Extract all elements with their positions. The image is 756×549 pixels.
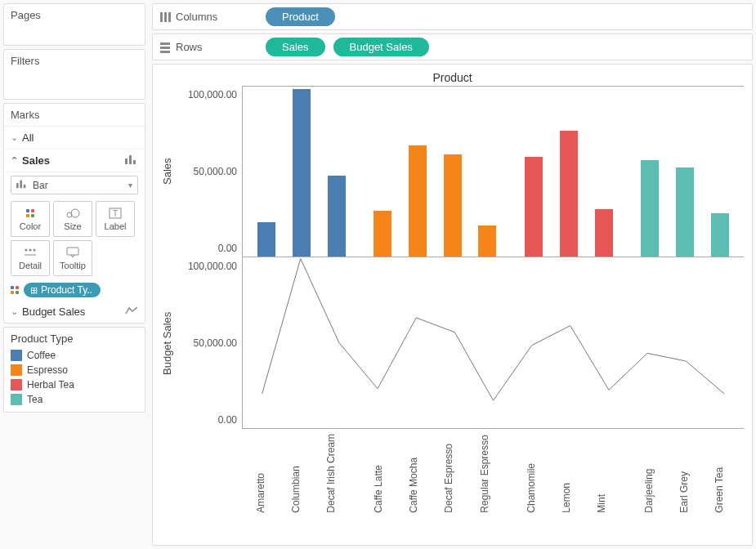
legend-item[interactable]: Espresso	[11, 363, 138, 377]
marks-row-budget-sales[interactable]: ⌄ Budget Sales	[4, 301, 145, 323]
legend-swatch	[11, 394, 22, 405]
marks-card: Marks ⌄ All ⌃ Sales Bar ▾ Color	[3, 103, 145, 324]
button-label: Detail	[19, 261, 42, 270]
legend-item[interactable]: Herbal Tea	[11, 377, 138, 392]
bar[interactable]	[257, 222, 275, 257]
y-tick: 0.00	[218, 414, 237, 426]
pages-label: Pages	[11, 9, 138, 21]
color-button[interactable]: Color	[11, 201, 50, 237]
svg-point-10	[25, 249, 28, 252]
legend-item[interactable]: Coffee	[11, 348, 138, 363]
row-pill-budget-sales[interactable]: Budget Sales	[333, 38, 429, 56]
svg-rect-20	[160, 51, 170, 53]
plus-icon: ⊞	[30, 285, 38, 296]
bar[interactable]	[293, 89, 311, 257]
color-legend: Product Type CoffeeEspressoHerbal TeaTea	[3, 327, 145, 413]
sidebar: Pages Filters Marks ⌄ All ⌃ Sales Bar ▾	[0, 0, 149, 549]
bar-slot	[284, 87, 320, 257]
rows-shelf[interactable]: Rows Sales Budget Sales	[152, 33, 753, 60]
pages-shelf[interactable]: Pages	[3, 3, 145, 46]
bar-slot	[319, 87, 354, 257]
chevron-down-icon: ⌄	[11, 132, 22, 143]
bar[interactable]	[711, 213, 729, 257]
x-tick: Regular Espresso	[467, 434, 502, 513]
y-axis-label-budget-sales: Budget Sales	[161, 257, 176, 429]
bar[interactable]	[641, 160, 659, 257]
bar-chart-icon	[125, 154, 138, 167]
tooltip-button[interactable]: Tooltip	[53, 240, 92, 276]
row-pill-sales[interactable]: Sales	[266, 38, 325, 56]
legend-label: Coffee	[27, 350, 56, 361]
bar-slot	[552, 87, 587, 257]
chart-viewport: Product Sales Budget Sales 100,000.0050,…	[152, 64, 753, 546]
columns-shelf[interactable]: Columns Product	[152, 3, 753, 30]
bar-slot	[702, 87, 737, 257]
x-tick: Decaf Espresso	[432, 434, 467, 513]
detail-button[interactable]: Detail	[11, 240, 50, 276]
svg-point-12	[34, 249, 36, 252]
legend-title: Product Type	[11, 333, 138, 345]
legend-label: Espresso	[27, 364, 68, 376]
legend-label: Herbal Tea	[27, 379, 74, 391]
svg-rect-2	[133, 160, 136, 164]
bar[interactable]	[595, 209, 613, 257]
svg-rect-17	[168, 12, 171, 22]
y-tick: 100,000.00	[188, 89, 237, 100]
product-type-pill[interactable]: ⊞ Product Ty..	[24, 283, 101, 297]
marks-buttons: Color Size T Label Detail	[4, 198, 145, 279]
marks-row-label: Budget Sales	[22, 306, 125, 318]
marks-row-sales[interactable]: ⌃ Sales	[4, 150, 145, 172]
bar[interactable]	[525, 157, 543, 257]
y-tick: 100,000.00	[188, 261, 237, 272]
size-button[interactable]: Size	[53, 201, 92, 237]
button-label: Color	[20, 221, 41, 231]
column-pill-product[interactable]: Product	[266, 7, 335, 26]
x-tick: Decaf Irish Cream	[314, 434, 349, 513]
bar-slot	[668, 87, 703, 257]
bar[interactable]	[374, 211, 391, 257]
bar-slot	[365, 87, 400, 257]
tooltip-icon	[66, 246, 79, 259]
label-button[interactable]: T Label	[96, 201, 135, 237]
svg-rect-14	[67, 248, 78, 255]
bar[interactable]	[478, 225, 496, 257]
bar-slot	[586, 87, 621, 257]
x-axis: AmarettoColumbianDecaf Irish CreamCaffe …	[161, 434, 744, 513]
legend-swatch	[11, 364, 22, 376]
svg-rect-15	[160, 12, 163, 22]
y-axis-top: 100,000.0050,000.000.00	[176, 86, 243, 257]
bar[interactable]	[409, 145, 427, 257]
svg-rect-4	[20, 181, 22, 189]
bar[interactable]	[676, 167, 694, 257]
bar[interactable]	[444, 154, 462, 257]
filters-shelf[interactable]: Filters	[3, 49, 145, 100]
bar-plot	[243, 86, 744, 257]
x-tick: Earl Grey	[666, 434, 701, 513]
x-tick: Amaretto	[243, 434, 278, 513]
legend-label: Tea	[27, 394, 42, 405]
svg-rect-19	[160, 47, 170, 49]
y-tick: 50,000.00	[194, 337, 237, 349]
marks-row-all[interactable]: ⌄ All	[4, 127, 145, 150]
bar[interactable]	[328, 176, 346, 257]
text-label-icon: T	[109, 207, 122, 220]
mark-type-dropdown[interactable]: Bar ▾	[11, 176, 138, 194]
legend-swatch	[11, 379, 22, 391]
legend-item[interactable]: Tea	[11, 392, 138, 407]
mark-type-label: Bar	[33, 180, 48, 191]
chevron-down-icon: ⌄	[11, 306, 22, 317]
bar-slot	[435, 87, 470, 257]
svg-point-11	[29, 249, 32, 252]
y-tick: 0.00	[218, 243, 237, 254]
button-label: Tooltip	[60, 261, 86, 270]
dropdown-caret-icon: ▾	[128, 181, 132, 190]
chart-title: Product	[161, 71, 744, 84]
x-tick: Mint	[584, 434, 620, 513]
x-tick: Green Tea	[702, 434, 737, 513]
svg-rect-3	[16, 183, 19, 188]
bar-slot	[470, 87, 505, 257]
line-series[interactable]	[262, 259, 725, 401]
rows-icon	[159, 42, 171, 53]
bar[interactable]	[560, 131, 578, 257]
line-plot	[243, 257, 744, 429]
